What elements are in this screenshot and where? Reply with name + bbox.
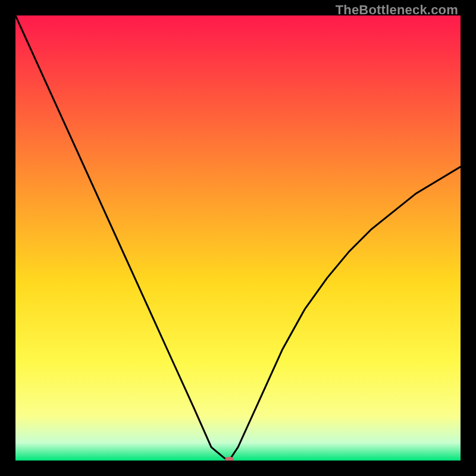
plot-area xyxy=(15,15,461,461)
bottleneck-marker xyxy=(225,457,234,461)
chart-frame: TheBottleneck.com xyxy=(0,0,476,476)
bottleneck-curve xyxy=(15,15,461,461)
watermark-text: TheBottleneck.com xyxy=(336,2,458,18)
